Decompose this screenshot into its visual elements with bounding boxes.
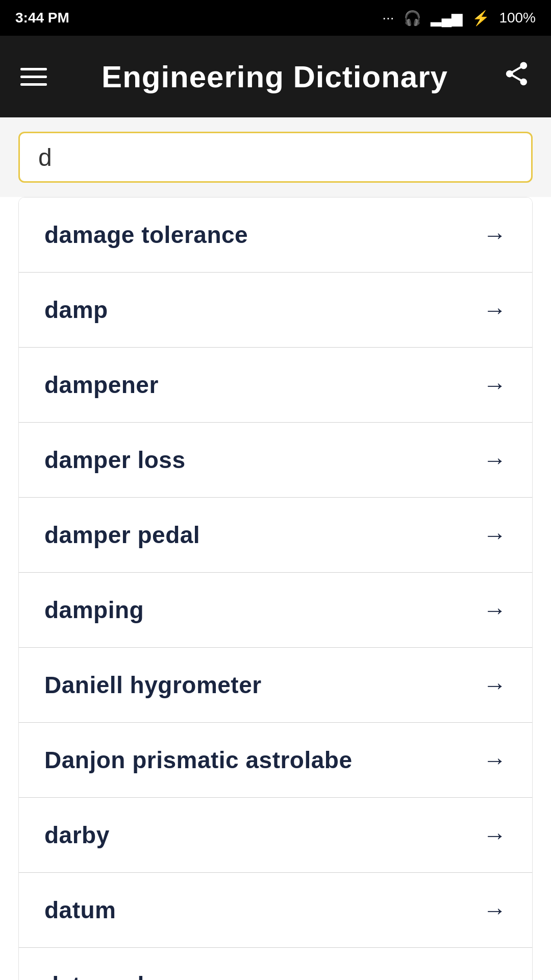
list-item[interactable]: datum→ xyxy=(19,873,532,948)
arrow-icon: → xyxy=(483,971,507,980)
headphone-icon: 🎧 xyxy=(404,10,421,27)
arrow-icon: → xyxy=(483,521,507,549)
app-title: Engineering Dictionary xyxy=(102,59,448,94)
list-item[interactable]: damper loss→ xyxy=(19,423,532,498)
status-icons: ··· 🎧 ▂▄▆ ⚡ 100% xyxy=(382,10,536,27)
list-item[interactable]: datum plane→ xyxy=(19,948,532,980)
dictionary-list: damage tolerance→damp→dampener→damper lo… xyxy=(18,197,533,980)
app-bar: Engineering Dictionary xyxy=(0,36,551,117)
status-bar: 3:44 PM ··· 🎧 ▂▄▆ ⚡ 100% xyxy=(0,0,551,36)
list-item[interactable]: damping→ xyxy=(19,573,532,648)
list-item[interactable]: darby→ xyxy=(19,798,532,873)
arrow-icon: → xyxy=(483,446,507,474)
status-time: 3:44 PM xyxy=(15,10,69,26)
item-label: damper loss xyxy=(44,446,186,474)
item-label: damp xyxy=(44,296,108,324)
item-label: darby xyxy=(44,821,110,849)
arrow-icon: → xyxy=(483,896,507,924)
list-item[interactable]: Daniell hygrometer→ xyxy=(19,648,532,723)
item-label: Danjon prismatic astrolabe xyxy=(44,746,353,774)
list-item[interactable]: Danjon prismatic astrolabe→ xyxy=(19,723,532,798)
item-label: damage tolerance xyxy=(44,221,248,249)
item-label: datum xyxy=(44,896,116,924)
item-label: Daniell hygrometer xyxy=(44,671,262,699)
search-container xyxy=(0,117,551,197)
item-label: damper pedal xyxy=(44,521,200,549)
arrow-icon: → xyxy=(483,596,507,624)
dots-icon: ··· xyxy=(382,10,394,26)
arrow-icon: → xyxy=(483,821,507,849)
list-item[interactable]: damage tolerance→ xyxy=(19,198,532,273)
item-label: datum plane xyxy=(44,971,185,980)
hamburger-icon[interactable] xyxy=(20,68,47,86)
item-label: dampener xyxy=(44,371,159,399)
list-item[interactable]: damp→ xyxy=(19,273,532,348)
lightning-icon: ⚡ xyxy=(472,10,490,27)
share-icon[interactable] xyxy=(503,60,531,94)
arrow-icon: → xyxy=(483,296,507,324)
arrow-icon: → xyxy=(483,221,507,249)
signal-icon: ▂▄▆ xyxy=(431,10,463,27)
item-label: damping xyxy=(44,596,144,624)
arrow-icon: → xyxy=(483,371,507,399)
search-input[interactable] xyxy=(18,132,533,183)
arrow-icon: → xyxy=(483,746,507,774)
arrow-icon: → xyxy=(483,671,507,699)
list-item[interactable]: dampener→ xyxy=(19,348,532,423)
list-item[interactable]: damper pedal→ xyxy=(19,498,532,573)
battery-level: 100% xyxy=(499,10,536,26)
